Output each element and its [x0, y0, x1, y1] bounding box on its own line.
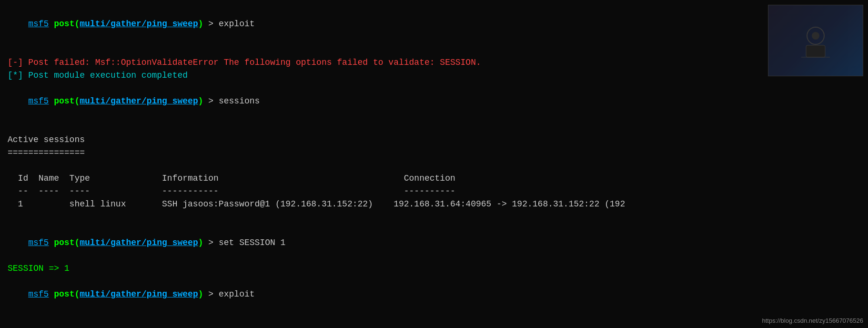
thumbnail-image	[768, 5, 863, 76]
terminal-line-12: 1 shell linux SSH jasoos:Password@1 (192…	[8, 198, 860, 211]
prompt-msf: msf5	[28, 19, 49, 29]
terminal-line-4: [*] Post module execution completed	[8, 69, 860, 82]
terminal-line-1: msf5 post(multi/gather/ping_sweep) > exp…	[8, 5, 860, 43]
watermark-text: https://blog.csdn.net/zy15667076526	[762, 316, 864, 326]
terminal-line-9	[8, 159, 860, 172]
terminal-line-14: msf5 post(multi/gather/ping_sweep) > set…	[8, 224, 860, 262]
terminal-line-2	[8, 43, 860, 56]
terminal-line-6	[8, 121, 860, 133]
svg-point-1	[812, 32, 819, 40]
prompt-space	[49, 19, 54, 29]
terminal-line-13	[8, 211, 860, 224]
terminal-line-3: [-] Post failed: Msf::OptionValidateErro…	[8, 56, 860, 69]
terminal-line-16: msf5 post(multi/gather/ping_sweep) > exp…	[8, 275, 860, 314]
terminal-line-17	[8, 314, 860, 327]
svg-rect-2	[806, 45, 825, 57]
terminal-line-7: Active sessions	[8, 133, 860, 146]
terminal-line-8: ===============	[8, 146, 860, 159]
terminal-line-10: Id Name Type Information Connection	[8, 172, 860, 185]
terminal-line-11: -- ---- ---- ----------- ----------	[8, 185, 860, 198]
terminal: msf5 post(multi/gather/ping_sweep) > exp…	[0, 0, 868, 328]
terminal-line-15: SESSION => 1	[8, 262, 860, 275]
prompt-module: post(multi/gather/ping_sweep)	[54, 19, 203, 29]
terminal-line-5: msf5 post(multi/gather/ping_sweep) > ses…	[8, 82, 860, 121]
